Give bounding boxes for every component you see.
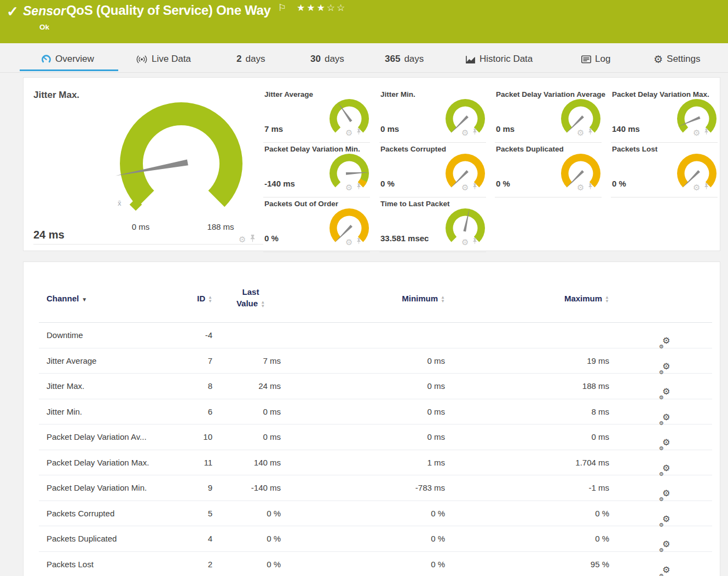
channel-last-value: 24 ms xyxy=(221,374,281,399)
column-header-id[interactable]: ID▲▼ xyxy=(177,294,212,303)
card-actions: ⚙ xyxy=(693,182,709,192)
gear-icon[interactable]: ⚙ xyxy=(577,183,584,191)
gauge-title: Packets Duplicated xyxy=(496,145,564,153)
sensor-title: QoS (Quality of Service) One Way xyxy=(66,3,271,18)
pin-icon[interactable] xyxy=(356,182,361,192)
mean-marker: x̄ xyxy=(118,199,122,207)
channel-minimum: 1 ms xyxy=(330,450,445,475)
card-actions: ⚙ xyxy=(693,127,709,137)
log-icon xyxy=(581,55,591,63)
flag-icon: ⚐ xyxy=(278,2,286,14)
tab-settings[interactable]: ⚙Settings xyxy=(654,50,700,68)
tab-days-365[interactable]: 365days xyxy=(385,50,424,68)
channel-row: Jitter Average77 ms0 ms19 ms⚙⚙ xyxy=(39,348,712,374)
gear-icon[interactable]: ⚙ xyxy=(461,238,469,246)
channel-minimum: 0 % xyxy=(330,552,445,576)
gauge-card: Packets Lost0 %⚙ xyxy=(611,143,726,197)
channel-settings-button[interactable]: ⚙⚙ xyxy=(656,552,672,576)
gauge-value: 0 % xyxy=(612,179,626,188)
channel-minimum: 0 ms xyxy=(330,348,445,374)
gear-icon[interactable]: ⚙ xyxy=(345,183,353,191)
channel-settings-button[interactable]: ⚙⚙ xyxy=(656,526,672,551)
channel-settings-button[interactable]: ⚙⚙ xyxy=(656,424,672,450)
channel-id: 7 xyxy=(177,348,212,374)
channel-minimum: 0 ms xyxy=(330,374,445,399)
channel-last-value: 0 % xyxy=(221,501,281,526)
gauge-card: Time to Last Packet33.581 msec⚙ xyxy=(379,197,495,252)
gear-icon[interactable]: ⚙ xyxy=(577,129,584,137)
tab-overview[interactable]: Overview xyxy=(41,50,94,68)
pin-icon[interactable] xyxy=(472,182,477,192)
gauge-value: 0 % xyxy=(264,234,279,243)
pin-icon[interactable] xyxy=(704,182,709,192)
gear-icon[interactable]: ⚙ xyxy=(693,183,700,191)
channel-row: Packet Delay Variation Max.11140 ms1 ms1… xyxy=(39,450,712,476)
pin-icon[interactable] xyxy=(472,237,477,247)
gear-icon[interactable]: ⚙ xyxy=(239,235,246,243)
card-actions: ⚙ xyxy=(577,127,593,137)
priority-stars[interactable]: ★★★☆☆ xyxy=(297,2,346,14)
channel-row: Packets Lost20 %0 %95 %⚙⚙ xyxy=(39,552,712,576)
channel-settings-button[interactable]: ⚙⚙ xyxy=(656,475,672,501)
gear-icon[interactable]: ⚙ xyxy=(461,183,469,191)
channel-maximum: 188 ms xyxy=(494,374,609,399)
column-header-maximum[interactable]: Maximum▲▼ xyxy=(494,294,609,303)
channel-name: Packets Duplicated xyxy=(47,526,117,551)
pin-icon[interactable] xyxy=(250,234,256,245)
gauge-card: Packets Corrupted0 %⚙ xyxy=(379,143,495,197)
channel-settings-button[interactable]: ⚙⚙ xyxy=(656,501,672,526)
pin-icon[interactable] xyxy=(356,127,361,137)
channel-maximum: 1.704 ms xyxy=(494,450,609,475)
channel-settings-icon: ⚙⚙ xyxy=(659,353,672,367)
tab-historic-data[interactable]: Historic Data xyxy=(465,50,533,68)
gauge-value: 0 ms xyxy=(496,124,515,133)
gauge-title: Jitter Min. xyxy=(380,90,415,98)
column-header-channel[interactable]: Channel▼ xyxy=(47,294,87,303)
channel-name: Packets Lost xyxy=(47,552,94,576)
channel-minimum: -783 ms xyxy=(330,475,445,501)
tab-days-30[interactable]: 30days xyxy=(310,50,344,68)
channel-settings-button[interactable]: ⚙⚙ xyxy=(656,450,672,475)
tab-days-2[interactable]: 2days xyxy=(236,50,265,68)
column-header-minimum[interactable]: Minimum▲▼ xyxy=(330,294,445,303)
tab-log[interactable]: Log xyxy=(581,50,610,68)
gauge-icon xyxy=(41,54,51,65)
pin-icon[interactable] xyxy=(588,182,593,192)
gauge-value: 33.581 msec xyxy=(380,234,429,243)
status-check-icon: ✓ xyxy=(7,3,19,20)
pin-icon[interactable] xyxy=(472,127,477,137)
channel-id: 10 xyxy=(177,424,212,450)
channel-id: 2 xyxy=(177,552,212,576)
gear-icon[interactable]: ⚙ xyxy=(345,129,353,137)
channel-maximum: 0 ms xyxy=(494,424,609,450)
gear-icon: ⚙ xyxy=(654,54,663,65)
channel-minimum: 0 ms xyxy=(330,399,445,424)
gauge-title: Jitter Average xyxy=(264,90,313,98)
pin-icon[interactable] xyxy=(588,127,593,137)
channel-settings-button[interactable]: ⚙⚙ xyxy=(656,323,672,348)
tab-live-data[interactable]: Live Data xyxy=(136,50,191,68)
channel-name: Packet Delay Variation Av... xyxy=(47,424,147,450)
gear-icon[interactable]: ⚙ xyxy=(693,129,700,137)
channel-last-value: 0 ms xyxy=(221,399,281,424)
channel-name: Packet Delay Variation Min. xyxy=(47,475,147,501)
tab-label: Live Data xyxy=(152,54,191,65)
channel-settings-icon: ⚙⚙ xyxy=(659,531,672,545)
channel-settings-button[interactable]: ⚙⚙ xyxy=(656,348,672,374)
channel-row: Packets Duplicated40 %0 %0 %⚙⚙ xyxy=(39,526,712,552)
sort-desc-icon: ▼ xyxy=(82,296,87,302)
channel-settings-icon: ⚙⚙ xyxy=(659,455,672,469)
gear-icon[interactable]: ⚙ xyxy=(461,129,469,137)
pin-icon[interactable] xyxy=(356,237,361,247)
gear-icon[interactable]: ⚙ xyxy=(345,238,353,246)
channel-settings-button[interactable]: ⚙⚙ xyxy=(656,399,672,424)
sort-icon: ▲▼ xyxy=(605,295,609,303)
column-header-last-value[interactable]: LastValue▲▼ xyxy=(221,286,281,309)
channel-maximum: 8 ms xyxy=(494,399,609,424)
pin-icon[interactable] xyxy=(704,127,709,137)
channel-minimum: 0 % xyxy=(330,501,445,526)
channel-last-value: 0 ms xyxy=(221,424,281,450)
channel-name: Packets Corrupted xyxy=(47,501,114,526)
channel-settings-button[interactable]: ⚙⚙ xyxy=(656,374,672,399)
channel-id: 6 xyxy=(177,399,212,424)
